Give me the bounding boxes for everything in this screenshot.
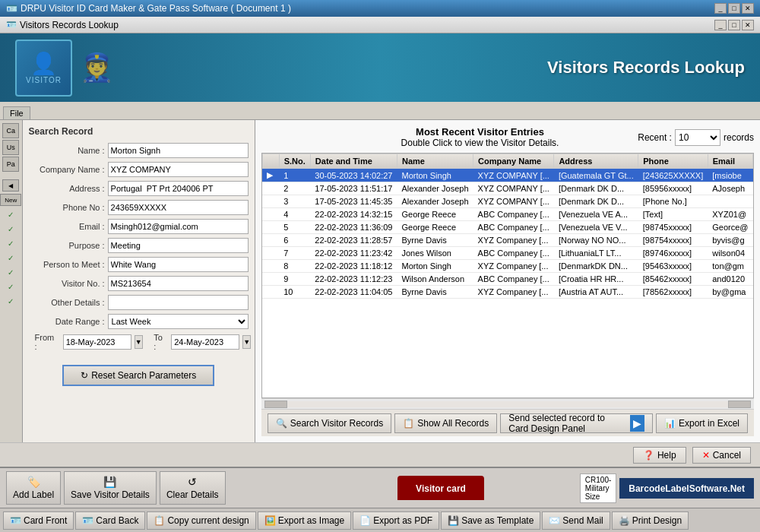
nav-us[interactable]: Us (2, 140, 19, 155)
save-visitor-text: Save Visitor Details (71, 489, 150, 500)
save-visitor-btn[interactable]: 💾 Save Visitor Details (64, 471, 157, 505)
row-sno: 6 (279, 234, 310, 247)
table-row[interactable]: 6 22-02-2023 11:28:57 Byrne Davis XYZ Co… (262, 234, 752, 247)
export-excel-btn[interactable]: 📊 Export in Excel (656, 413, 748, 433)
company-input[interactable] (108, 162, 249, 177)
phone-input[interactable] (108, 200, 249, 215)
row-address: [Norway NO NO... (554, 234, 638, 247)
save-template-btn[interactable]: 💾 Save as Template (441, 511, 540, 530)
print-design-btn[interactable]: 🖨️ Print Design (612, 511, 689, 530)
export-image-btn[interactable]: 🖼️ Export as Image (258, 511, 351, 530)
copy-icon: 📋 (154, 515, 165, 526)
other-input[interactable] (108, 295, 249, 310)
nav-new[interactable]: New (0, 194, 21, 206)
add-label-btn[interactable]: 🏷️ Add Label (6, 471, 61, 505)
sub-minimize-btn[interactable]: _ (714, 20, 727, 30)
date-range-select[interactable]: Last Week Last Month Custom (108, 314, 249, 329)
phone-label: Phone No : (29, 203, 105, 212)
row-datetime: 22-02-2023 11:28:57 (310, 234, 397, 247)
maximize-btn[interactable]: □ (728, 3, 740, 14)
table-row[interactable]: 8 22-02-2023 11:18:12 Morton Singh XYZ C… (262, 260, 752, 273)
search-records-btn[interactable]: 🔍 Search Visitor Records (268, 413, 392, 433)
table-scrollbar[interactable] (261, 398, 754, 409)
print-icon: 🖨️ (619, 515, 630, 526)
row-datetime: 17-05-2023 11:45:35 (310, 195, 397, 208)
help-icon: ❓ (643, 450, 654, 461)
help-btn[interactable]: ❓ Help (633, 447, 686, 464)
tab-file[interactable]: File (3, 106, 30, 119)
row-sno: 4 (279, 208, 310, 221)
minimize-btn[interactable]: _ (714, 3, 727, 14)
row-sno: 9 (279, 273, 310, 286)
col-sno (262, 154, 279, 169)
to-date-picker[interactable]: ▼ (242, 335, 251, 349)
reset-btn[interactable]: ↻ Reset Search Parameters (62, 365, 214, 386)
row-company: XYZ COMPANY [... (473, 182, 554, 195)
table-row[interactable]: 5 22-02-2023 11:36:09 George Reece ABC C… (262, 221, 752, 234)
nav-ca[interactable]: Ca (2, 123, 19, 138)
clear-details-btn[interactable]: ↺ Clear Details (160, 471, 226, 505)
row-selector (262, 169, 279, 182)
cancel-label: Cancel (713, 450, 741, 461)
visitor-icon-box: 👤 VISITOR (15, 40, 72, 97)
person-input[interactable] (108, 257, 249, 272)
row-company: ABC Companey [... (473, 221, 554, 234)
header-banner: 👤 VISITOR 👮 Visitors Records Lookup (0, 33, 760, 102)
send-arrow: ▶ (630, 415, 644, 432)
row-name: Morton Singh (397, 260, 473, 273)
email-input[interactable] (108, 219, 249, 234)
row-sno: 8 (279, 260, 310, 273)
person-label: Person to Meet : (29, 260, 105, 269)
export-pdf-label: Export as PDF (373, 515, 432, 526)
row-company: XYZ COMPANY [... (473, 169, 554, 182)
table-row[interactable]: 9 22-02-2023 11:12:23 Wilson Anderson AB… (262, 273, 752, 286)
table-row[interactable]: 7 22-02-2023 11:23:42 Jones Wilson ABC C… (262, 247, 752, 260)
visitor-card-tab[interactable]: Visitor card (397, 476, 484, 500)
to-date-input[interactable] (171, 334, 239, 350)
table-row[interactable]: 4 22-02-2023 14:32:15 George Reece ABC C… (262, 208, 752, 221)
send-mail-btn[interactable]: ✉️ Send Mail (542, 511, 610, 530)
row-address: [DenmarkDK DN... (554, 260, 638, 273)
card-front-label: Card Front (24, 515, 67, 526)
recent-select[interactable]: 10 25 50 100 (675, 129, 720, 146)
row-email: [msiobe (708, 169, 752, 182)
records-label: records (724, 132, 754, 143)
close-btn[interactable]: ✕ (742, 3, 754, 14)
name-input[interactable] (108, 143, 249, 158)
check-7: ✓ (4, 295, 17, 307)
purpose-input[interactable] (108, 238, 249, 253)
table-row[interactable]: 10 22-02-2023 11:04:05 Byrne Davis XYZ C… (262, 286, 752, 299)
export-pdf-btn[interactable]: 📄 Export as PDF (353, 511, 439, 530)
send-to-card-btn[interactable]: Send selected record to Card Design Pane… (500, 413, 653, 433)
nav-pa[interactable]: Pa (2, 157, 19, 172)
nav-arrow[interactable]: ◀ (2, 179, 19, 192)
address-input[interactable] (108, 181, 249, 196)
table-row[interactable]: 1 30-05-2023 14:02:27 Morton Singh XYZ C… (262, 169, 752, 182)
row-name: George Reece (397, 221, 473, 234)
card-back-btn[interactable]: 🪪 Card Back (75, 511, 145, 530)
table-row[interactable]: 3 17-05-2023 11:45:35 Alexander Joseph X… (262, 195, 752, 208)
show-all-btn[interactable]: 📋 Show All Records (394, 413, 497, 433)
row-datetime: 22-02-2023 11:36:09 (310, 221, 397, 234)
from-date-picker[interactable]: ▼ (135, 335, 143, 349)
card-front-btn[interactable]: 🪪 Card Front (3, 511, 74, 530)
table-row[interactable]: 2 17-05-2023 11:51:17 Alexander Joseph X… (262, 182, 752, 195)
barcode-label-text: BarcodeLabelSoftware.Net (629, 483, 745, 494)
clear-details-text: Clear Details (166, 489, 219, 500)
header-title: Visitors Records Lookup (547, 58, 745, 78)
row-datetime: 22-02-2023 11:18:12 (310, 260, 397, 273)
row-selector (262, 260, 279, 273)
cancel-btn[interactable]: ✕ Cancel (692, 447, 751, 464)
bottom-toolbar: 🪪 Card Front 🪪 Card Back 📋 Copy current … (0, 508, 760, 532)
visitor-input[interactable] (108, 276, 249, 291)
add-icon: 🏷️ (27, 476, 40, 488)
from-date-input[interactable] (63, 334, 131, 350)
name-label: Name : (29, 146, 105, 155)
action-bar: 🔍 Search Visitor Records 📋 Show All Reco… (261, 409, 754, 436)
copy-design-btn[interactable]: 📋 Copy current design (147, 511, 255, 530)
row-name: Byrne Davis (397, 234, 473, 247)
sub-maximize-btn[interactable]: □ (728, 20, 740, 30)
sub-close-btn[interactable]: ✕ (742, 20, 754, 30)
search-panel-title: Search Record (29, 126, 249, 137)
pdf-icon: 📄 (359, 515, 371, 526)
